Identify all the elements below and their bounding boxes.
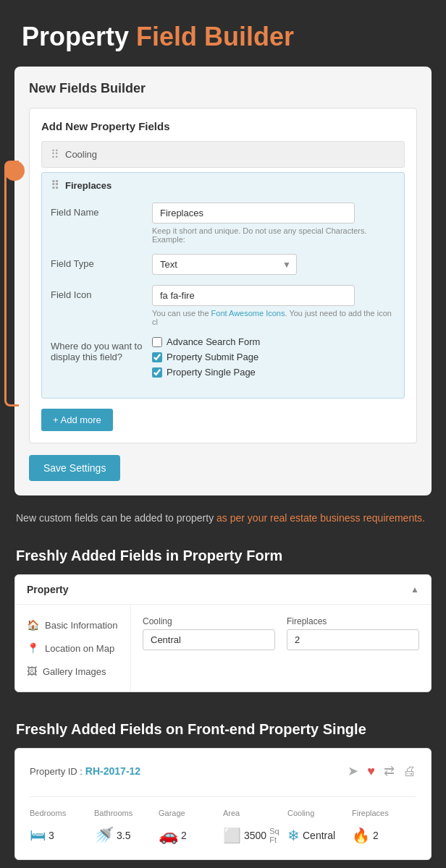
stat-col-bathrooms: Bathrooms xyxy=(94,809,159,820)
field-name-cooling: Cooling xyxy=(65,149,97,160)
bathrooms-label: Bathrooms xyxy=(94,809,159,817)
area-unit: Sq Ft xyxy=(269,827,287,844)
cooling-field-label: Cooling xyxy=(143,616,275,626)
checkboxes-field: Advance Search Form Property Submit Page… xyxy=(152,336,395,382)
fireplaces-field-input[interactable] xyxy=(287,629,419,650)
bath-icon: 🚿 xyxy=(94,826,114,845)
field-type-select[interactable]: Text Number Textarea Select xyxy=(152,254,297,275)
form-row-display: Where do you want to display this field?… xyxy=(51,336,395,382)
section2-title: Freshly Added Fields in Property Form xyxy=(0,540,446,574)
checkbox-row-single-page: Property Single Page xyxy=(152,367,395,378)
field-type-label: Field Type xyxy=(51,254,152,269)
fields-builder: Add New Property Fields ⠿ Cooling ⠿ Fire… xyxy=(29,108,417,443)
bathrooms-value: 3.5 xyxy=(117,830,130,841)
stat-val-area: ⬜ 3500 Sq Ft xyxy=(223,827,287,844)
property-id-label: Property ID : xyxy=(30,766,83,777)
garage-value: 2 xyxy=(181,830,187,841)
advance-search-label: Advance Search Form xyxy=(167,336,260,347)
field-row-fireplaces-header: ⠿ Fireplaces xyxy=(51,179,395,192)
sidebar-label-basic-info: Basic Information xyxy=(45,620,117,631)
fireplaces-stat-value: 2 xyxy=(373,830,379,841)
cooling-field-input[interactable] xyxy=(143,629,275,650)
property-content: Cooling Fireplaces xyxy=(131,605,431,692)
field-group-fireplaces: Fireplaces xyxy=(287,616,419,650)
sidebar-label-gallery: Gallery Images xyxy=(43,666,106,677)
property-card-title: Property xyxy=(27,584,69,595)
share-icon[interactable]: ➤ xyxy=(348,763,358,779)
compare-icon[interactable]: ⇄ xyxy=(384,763,395,779)
field-icon-label: Field Icon xyxy=(51,285,152,300)
drag-handle-fireplaces[interactable]: ⠿ xyxy=(51,179,59,192)
sidebar-item-gallery[interactable]: 🖼 Gallery Images xyxy=(15,660,130,683)
cooling-stat-icon: ❄ xyxy=(287,827,300,844)
field-group-cooling: Cooling xyxy=(143,616,275,650)
cooling-label: Cooling xyxy=(287,809,352,817)
form-row-field-name: Field Name Keep it short and unique. Do … xyxy=(51,203,395,244)
bedrooms-label: Bedrooms xyxy=(30,809,94,817)
field-name-hint: Keep it short and unique. Do not use any… xyxy=(152,226,395,244)
property-id-value: RH-2017-12 xyxy=(85,765,140,777)
area-label: Area xyxy=(223,809,287,817)
property-form-card: Property ▲ 🏠 Basic Information 📍 Locatio… xyxy=(14,574,432,692)
page-header: Property Field Builder xyxy=(0,0,446,67)
description-text: New custom fields can be added to proper… xyxy=(0,495,446,540)
field-type-select-wrap: Text Number Textarea Select ▼ xyxy=(152,254,297,275)
stat-col-fireplaces: Fireplaces xyxy=(352,809,416,820)
property-card-header: Property ▲ xyxy=(15,575,431,605)
home-icon: 🏠 xyxy=(27,619,39,631)
orange-circle-decoration xyxy=(4,161,25,181)
advance-search-checkbox[interactable] xyxy=(152,337,162,347)
field-row-fireplaces: ⠿ Fireplaces Field Name Keep it short an… xyxy=(41,172,405,399)
sidebar-item-basic-info[interactable]: 🏠 Basic Information xyxy=(15,613,130,637)
action-icons: ➤ ♥ ⇄ 🖨 xyxy=(348,763,416,779)
fireplaces-label: Fireplaces xyxy=(352,809,416,817)
fields-builder-title: Add New Property Fields xyxy=(41,120,405,132)
property-sidebar: 🏠 Basic Information 📍 Location on Map 🖼 … xyxy=(15,605,131,692)
stat-col-area: Area xyxy=(223,809,287,820)
cooling-stat-value: Central xyxy=(303,830,335,841)
field-type-field: Text Number Textarea Select ▼ xyxy=(152,254,395,275)
stat-val-cooling: ❄ Central xyxy=(287,827,352,844)
garage-icon: 🚗 xyxy=(159,826,178,845)
submit-page-checkbox[interactable] xyxy=(152,352,162,362)
field-name-input[interactable] xyxy=(152,203,355,224)
stat-col-garage: Garage xyxy=(159,809,223,820)
sidebar-label-location: Location on Map xyxy=(45,643,114,654)
gallery-icon: 🖼 xyxy=(27,665,37,677)
property-card-body: 🏠 Basic Information 📍 Location on Map 🖼 … xyxy=(15,605,431,692)
drag-handle-cooling[interactable]: ⠿ xyxy=(51,148,59,161)
single-page-checkbox[interactable] xyxy=(152,367,162,378)
save-settings-button[interactable]: Save Settings xyxy=(29,455,120,481)
add-more-button[interactable]: + Add more xyxy=(41,409,113,431)
stat-col-cooling: Cooling xyxy=(287,809,352,820)
main-card: New Fields Builder Add New Property Fiel… xyxy=(14,67,432,495)
section3-title: Freshly Added Fields on Front-end Proper… xyxy=(0,714,446,748)
field-name-field: Keep it short and unique. Do not use any… xyxy=(152,203,395,244)
fireplaces-field-label: Fireplaces xyxy=(287,616,419,626)
form-row-field-icon: Field Icon You can use the Font Awesome … xyxy=(51,285,395,326)
sidebar-item-location[interactable]: 📍 Location on Map xyxy=(15,637,130,660)
card-title: New Fields Builder xyxy=(29,81,417,96)
stat-col-bedrooms: Bedrooms xyxy=(30,809,94,820)
field-icon-hint: You can use the Font Awesome Icons. You … xyxy=(152,309,395,326)
area-value: 3500 xyxy=(244,830,266,841)
submit-page-label: Property Submit Page xyxy=(167,352,258,362)
fire-stat-icon: 🔥 xyxy=(352,827,370,844)
garage-label: Garage xyxy=(159,809,223,817)
frontend-card: Property ID : RH-2017-12 ➤ ♥ ⇄ 🖨 Bedroom… xyxy=(14,748,432,860)
field-name-fireplaces: Fireplaces xyxy=(65,180,112,191)
orange-bracket-decoration xyxy=(4,161,19,407)
checkbox-row-submit-page: Property Submit Page xyxy=(152,352,395,362)
stat-val-garage: 🚗 2 xyxy=(159,826,223,845)
font-awesome-link[interactable]: Font Awesome Icons xyxy=(211,309,285,318)
collapse-icon[interactable]: ▲ xyxy=(411,584,419,595)
print-icon[interactable]: 🖨 xyxy=(403,764,416,779)
favorite-icon[interactable]: ♥ xyxy=(367,764,375,779)
field-icon-input[interactable] xyxy=(152,285,355,306)
bed-icon: 🛏 xyxy=(30,826,46,845)
field-row-cooling[interactable]: ⠿ Cooling xyxy=(41,141,405,168)
bedrooms-value: 3 xyxy=(49,830,54,841)
checkbox-row-advance-search: Advance Search Form xyxy=(152,336,395,347)
field-icon-field: You can use the Font Awesome Icons. You … xyxy=(152,285,395,326)
stat-values-row: 🛏 3 🚿 3.5 🚗 2 ⬜ 3500 xyxy=(30,826,416,845)
